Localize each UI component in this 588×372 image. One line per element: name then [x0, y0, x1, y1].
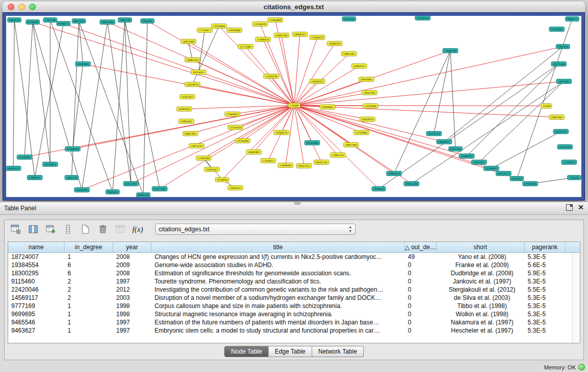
graph-node[interactable]: 16946155	[327, 41, 342, 46]
graph-node[interactable]: 15608231	[459, 154, 474, 159]
graph-node[interactable]: 14524074	[185, 82, 200, 87]
table-row[interactable]: 1830029562008Estimation of significance …	[8, 269, 580, 277]
graph-edge[interactable]	[479, 81, 564, 162]
panel-divider-handle[interactable]	[294, 202, 300, 205]
graph-edge[interactable]	[160, 105, 294, 189]
graph-edge[interactable]	[131, 105, 294, 184]
graph-node[interactable]: 9246781	[510, 177, 524, 181]
graph-edge[interactable]	[294, 105, 312, 143]
graph-edge[interactable]	[263, 39, 294, 105]
graph-edge[interactable]	[467, 64, 559, 156]
graph-edge[interactable]	[143, 21, 147, 195]
graph-node[interactable]: 16791254	[426, 132, 442, 136]
graph-node[interactable]: 12052411	[471, 160, 487, 165]
graph-node[interactable]: 11555201	[549, 27, 564, 32]
graph-node[interactable]: 12721801	[238, 45, 253, 49]
graph-node[interactable]: 15247057	[180, 95, 195, 99]
graph-edge[interactable]	[63, 24, 294, 105]
graph-node[interactable]: 17554340	[196, 156, 211, 161]
graph-node[interactable]: 16256781	[74, 188, 90, 192]
graph-node[interactable]: 16047641	[362, 91, 377, 95]
graph-node[interactable]: 15638231	[310, 79, 325, 84]
graph-node[interactable]: 9361254	[449, 147, 463, 151]
graph-edge[interactable]	[82, 22, 107, 190]
graph-node[interactable]: 9605616	[8, 18, 21, 23]
graph-node[interactable]: 20160351	[75, 62, 91, 67]
column-header-in_degree[interactable]: in_degree	[64, 242, 113, 252]
graph-node[interactable]: 10241375	[553, 129, 569, 134]
graph-edge[interactable]	[192, 84, 294, 105]
graph-node[interactable]: 11058474	[255, 37, 271, 42]
graph-node[interactable]: 18957840	[343, 143, 359, 147]
tab-node-table[interactable]: Node Table	[224, 346, 269, 357]
graph-node[interactable]: 18226808	[227, 28, 242, 33]
graph-node[interactable]: 20442745	[314, 160, 329, 165]
column-header-name[interactable]: name	[8, 242, 64, 252]
graph-node[interactable]: 16924503	[522, 182, 538, 186]
graph-node[interactable]: 17710977	[197, 28, 212, 33]
graph-node[interactable]: 9302281	[141, 19, 155, 24]
window-titlebar[interactable]: citations_edges.txt	[3, 2, 585, 13]
graph-edge[interactable]	[73, 105, 294, 149]
graph-node[interactable]: 15345822	[225, 112, 240, 117]
graph-node[interactable]: 20852146	[404, 182, 419, 186]
table-settings-button[interactable]	[9, 222, 23, 236]
function-builder-button[interactable]: f(x)	[130, 222, 145, 236]
graph-node[interactable]: 20687891	[183, 132, 198, 136]
graph-node[interactable]: 7581378	[118, 18, 132, 23]
graph-node[interactable]: 12873125	[189, 144, 204, 148]
graph-node[interactable]: 15938	[541, 104, 552, 108]
table-row[interactable]: 1938455462009Genome-wide association stu…	[8, 261, 580, 269]
graph-node[interactable]: 18698321	[292, 32, 308, 37]
graph-node[interactable]: 15908945	[278, 163, 293, 168]
table-row[interactable]: 2242004622012Investigating the contribut…	[8, 286, 580, 294]
graph-node[interactable]: 19965431	[179, 119, 194, 124]
graph-node[interactable]: 12224064	[211, 24, 227, 29]
graph-edge[interactable]	[113, 20, 125, 192]
table-row[interactable]: 911546021997Tourette syndrome. Phenomeno…	[8, 277, 580, 286]
graph-node[interactable]: 15759004	[354, 130, 369, 135]
graph-node[interactable]: 7756201	[568, 176, 581, 180]
graph-edge[interactable]	[294, 105, 444, 142]
graph-node[interactable]: 9546321	[106, 190, 120, 194]
graph-edge[interactable]	[72, 21, 79, 178]
column-header-title[interactable]: title	[151, 242, 405, 252]
graph-node[interactable]: 12610651	[42, 162, 58, 167]
graph-node[interactable]: 13754350	[228, 125, 243, 130]
graph-node[interactable]: 16905412	[386, 171, 402, 176]
graph-node[interactable]: 17081574	[330, 153, 345, 158]
graph-edge[interactable]	[450, 51, 455, 149]
graph-edge[interactable]	[199, 30, 205, 72]
graph-node[interactable]: 12477241	[152, 187, 167, 191]
graph-edge[interactable]	[33, 22, 294, 105]
graph-node[interactable]: 19448794	[443, 49, 458, 53]
graph-node[interactable]: 1352748	[43, 18, 57, 23]
graph-node[interactable]: 14453921	[556, 79, 572, 84]
graph-node[interactable]: 8661024	[72, 19, 86, 24]
graph-edge[interactable]	[294, 81, 564, 105]
tab-edge-table[interactable]: Edge Table	[269, 346, 312, 357]
graph-edge[interactable]	[275, 20, 294, 105]
graph-node[interactable]: 18342601	[359, 77, 374, 82]
graph-node[interactable]: 16983127	[352, 64, 367, 69]
graph-node[interactable]: 19905031	[27, 176, 42, 180]
graph-edge[interactable]	[491, 132, 561, 168]
graph-edge[interactable]	[517, 19, 572, 179]
graph-node[interactable]: 16649487	[246, 150, 262, 155]
graph-node[interactable]: 9902254	[556, 45, 570, 49]
graph-edge[interactable]	[281, 35, 294, 105]
column-header-short[interactable]: short	[437, 242, 525, 252]
graph-node[interactable]: 8130104	[342, 17, 356, 21]
table-selector[interactable]: citations_edges.txt ▲▼	[155, 224, 356, 235]
graph-node[interactable]: 18300274	[274, 130, 289, 135]
graph-node[interactable]: 15146201	[17, 155, 32, 160]
column-header-out_de[interactable]: △ out_de…	[405, 242, 437, 252]
graph-node[interactable]: 18273448	[551, 62, 567, 67]
close-panel-icon[interactable]: ✕	[578, 205, 584, 210]
graph-node[interactable]: 1505133	[65, 176, 79, 180]
graph-edge[interactable]	[192, 26, 219, 84]
column-header-pagerank[interactable]: pagerank	[525, 242, 565, 252]
graph-node[interactable]: 8128248	[26, 20, 40, 25]
network-canvas[interactable]: 1724009605616812824813527489204677866102…	[6, 16, 581, 197]
graph-node[interactable]: 16368441	[320, 105, 335, 110]
